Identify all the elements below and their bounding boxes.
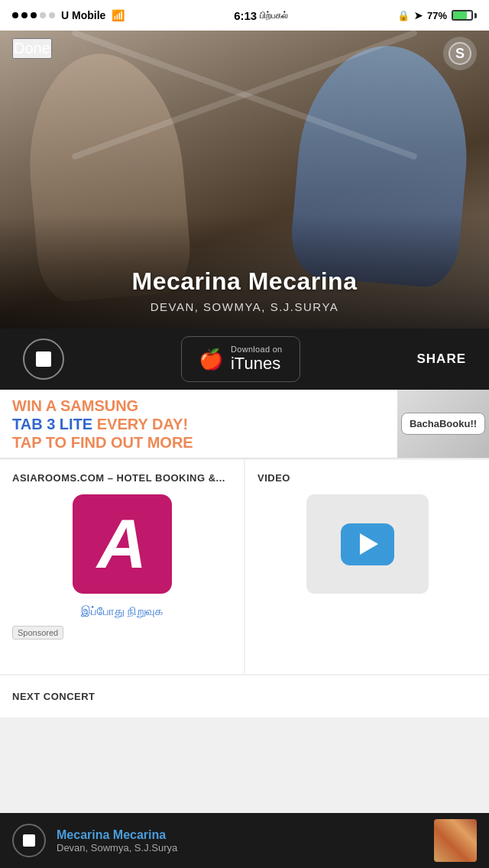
bottom-player: Mecarina Mecarina Devan, Sowmya, S.J.Sur… [0,813,489,868]
time-suffix: பிற்பகல் [260,10,288,21]
ad-text-blue: TAB 3 LITE [12,416,92,432]
ad-banner[interactable]: WIN A SAMSUNG TAB 3 LITE EVERY DAY! TAP … [0,390,489,458]
asiarooms-letter: A [97,510,147,578]
video-thumbnail[interactable] [306,494,429,594]
hero-section: Done S Mecarina Mecarina DEVAN, SOWMYA, … [0,31,489,329]
asiarooms-card[interactable]: ASIAROOMS.COM – HOTEL BOOKING &... A இப்… [0,460,244,674]
hero-song-info: Mecarina Mecarina DEVAN, SOWMYA, S.J.SUR… [0,267,489,313]
itunes-large-label: iTunes [231,354,280,374]
video-asset [257,494,477,594]
ad-text-line1: WIN A SAMSUNG [12,397,385,415]
carrier-label: U Mobile [61,9,105,21]
apple-icon: 🍎 [199,349,223,369]
ad-text-line3: TAP TO FIND OUT MORE [12,433,385,452]
done-button[interactable]: Done [12,38,52,59]
asiarooms-logo: A [73,494,172,594]
itunes-button[interactable]: 🍎 Download on iTunes [181,336,300,382]
ad-image: BachaBooku!! [397,390,489,458]
asiarooms-title: ASIAROOMS.COM – HOTEL BOOKING &... [12,472,232,484]
asiarooms-link[interactable]: இப்போது நிறுவுக [12,604,232,618]
share-button[interactable]: SHARE [416,351,466,367]
bottom-song-title: Mecarina Mecarina [57,828,423,842]
controls-bar: 🍎 Download on iTunes SHARE [0,329,489,390]
dot-5 [49,12,55,18]
bottom-info: Mecarina Mecarina Devan, Sowmya, S.J.Sur… [57,828,423,853]
hero-song-artist: DEVAN, SOWMYA, S.J.SURYA [0,300,489,313]
bottom-stop-icon [23,834,35,847]
battery-icon [452,10,477,21]
shazam-logo[interactable]: S [443,37,477,70]
ad-content: WIN A SAMSUNG TAB 3 LITE EVERY DAY! TAP … [0,390,397,458]
time-label: 6:13 [234,9,257,22]
ad-text-line2: TAB 3 LITE EVERY DAY! [12,415,385,433]
bottom-artist: Devan, Sowmya, S.J.Surya [57,842,423,853]
dot-3 [31,12,37,18]
video-title: VIDEO [257,472,477,484]
next-concert-section[interactable]: NEXT CONCERT [0,675,489,717]
location-icon: ➤ [414,10,423,21]
play-icon [360,533,378,555]
ad-text-suffix: EVERY DAY! [97,416,188,432]
cards-row: ASIAROOMS.COM – HOTEL BOOKING &... A இப்… [0,460,489,674]
shazam-icon: S [449,42,471,65]
album-art-image [434,819,477,862]
status-right: 🔒 ➤ 77% [397,10,477,21]
wifi-icon: 📶 [112,9,125,21]
lock-icon: 🔒 [397,10,410,21]
bottom-stop-button[interactable] [12,824,46,857]
ad-logo: BachaBooku!! [401,413,485,435]
sponsored-tag: Sponsored [12,618,232,640]
status-time: 6:13 பிற்பகல் [234,9,288,22]
status-bar: U Mobile 📶 6:13 பிற்பகல் 🔒 ➤ 77% [0,0,489,31]
sponsored-label: Sponsored [12,626,63,640]
dot-2 [21,12,28,18]
status-left: U Mobile 📶 [12,9,125,21]
stop-button[interactable] [23,338,64,380]
hero-song-title: Mecarina Mecarina [0,267,489,296]
asiarooms-logo-area: A [12,494,232,594]
dot-4 [40,12,46,18]
battery-percent: 77% [427,10,447,21]
dot-1 [12,12,18,18]
video-card[interactable]: VIDEO [245,460,489,674]
stop-icon [36,351,51,367]
itunes-text: Download on iTunes [231,345,283,374]
signal-dots [12,12,55,18]
itunes-small-label: Download on [231,345,283,354]
play-button[interactable] [341,523,394,565]
bottom-album-art [434,819,477,862]
next-concert-title: NEXT CONCERT [12,691,477,702]
